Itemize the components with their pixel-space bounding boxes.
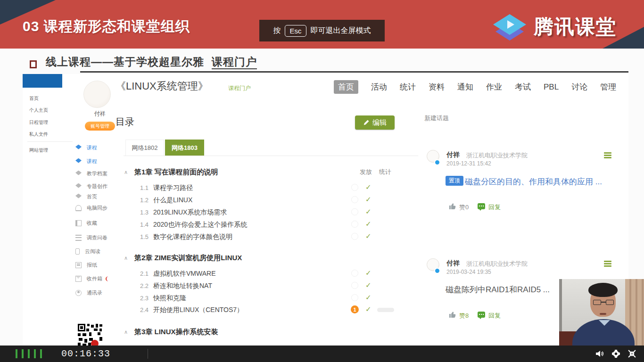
release-circle[interactable] bbox=[351, 184, 358, 191]
account-manage-badge[interactable]: 账号管理 bbox=[85, 122, 115, 131]
new-topic-label[interactable]: 新建话题 bbox=[424, 114, 449, 123]
like-icon[interactable] bbox=[449, 202, 456, 210]
graduation-cap-play-icon bbox=[492, 12, 527, 41]
tab-discussion[interactable]: 讨论 bbox=[571, 82, 587, 92]
section-row[interactable]: 1.42020也许你会爱上这个操作系统✓ bbox=[23, 220, 423, 230]
release-circle[interactable] bbox=[351, 282, 358, 289]
reply-icon[interactable] bbox=[478, 312, 485, 318]
release-circle[interactable] bbox=[351, 233, 358, 240]
course-nav-tabs: 首页 活动 统计 资料 通知 作业 考试 PBL 讨论 管理 bbox=[334, 80, 616, 94]
elapsed-time: 00:16:33 bbox=[61, 348, 110, 359]
section-row[interactable]: 2.2桥连和地址转换NAT✓ bbox=[23, 281, 423, 291]
release-circle[interactable] bbox=[351, 208, 358, 215]
like-count[interactable]: 赞8 bbox=[459, 312, 469, 320]
collapse-arrow-icon[interactable]: ∧ bbox=[124, 255, 128, 261]
stats-check-icon[interactable]: ✓ bbox=[365, 281, 372, 289]
course-title: 《LINUX系统管理》 bbox=[116, 79, 208, 93]
toolbar-divider bbox=[148, 349, 148, 359]
stats-check-icon[interactable]: ✓ bbox=[365, 183, 372, 191]
exit-fullscreen-icon[interactable] bbox=[627, 349, 636, 358]
stats-check-icon[interactable]: ✓ bbox=[365, 195, 372, 204]
section-row[interactable]: 2.1虚拟机软件VMWARE✓ bbox=[23, 269, 423, 279]
post-timestamp: 2019-03-24 19:35 bbox=[446, 269, 491, 275]
tab-activity[interactable]: 活动 bbox=[371, 82, 387, 92]
slide-subtitle-link: 课程门户 bbox=[212, 56, 257, 69]
esc-keycap: Esc bbox=[285, 25, 306, 37]
post-author[interactable]: 付祥 bbox=[446, 259, 460, 268]
reply-label[interactable]: 回复 bbox=[488, 312, 501, 320]
logo-text: 腾讯课堂 bbox=[534, 14, 617, 40]
post-menu-icon[interactable] bbox=[604, 152, 611, 159]
signal-bar bbox=[16, 349, 17, 358]
stats-check-icon[interactable]: ✓ bbox=[365, 232, 372, 240]
sidebar-item-home[interactable]: 首页 bbox=[29, 95, 39, 102]
heading-rule bbox=[80, 71, 628, 73]
sidebar-item-schedule[interactable]: 日程管理 bbox=[29, 119, 48, 126]
reply-icon[interactable] bbox=[478, 203, 485, 209]
progress-pill bbox=[377, 308, 394, 312]
esc-toast-suffix: 即可退出全屏模式 bbox=[311, 26, 371, 36]
release-count-badge[interactable]: 1 bbox=[351, 305, 359, 313]
sidebar-item-site-admin[interactable]: 网站管理 bbox=[29, 147, 48, 154]
class-tab-1803[interactable]: 网络1803 bbox=[165, 140, 204, 156]
stats-check-icon[interactable]: ✓ bbox=[365, 305, 372, 313]
slide-banner: 03 课程新形态和课堂组织 按 Esc 即可退出全屏模式 腾讯课堂 bbox=[0, 0, 644, 49]
chapter-row[interactable]: ∧ 第1章 写在课程前面的说明 bbox=[23, 167, 423, 178]
tab-notifications[interactable]: 通知 bbox=[457, 82, 473, 92]
edit-button[interactable]: 编辑 bbox=[355, 115, 395, 130]
section-row[interactable]: 1.2什么是LINUX✓ bbox=[23, 195, 423, 206]
tab-pbl[interactable]: PBL bbox=[544, 82, 559, 92]
tab-homework[interactable]: 作业 bbox=[486, 82, 502, 92]
tab-statistics[interactable]: 统计 bbox=[400, 82, 416, 92]
collapse-arrow-icon[interactable]: ∧ bbox=[124, 329, 128, 335]
post-title[interactable]: 磁盘陈列中RAID1和RAID5 ... bbox=[446, 284, 550, 295]
sidebar-item-files[interactable]: 私人文件 bbox=[29, 131, 48, 138]
section-row[interactable]: 1.1课程学习路径✓ bbox=[23, 183, 423, 193]
release-circle[interactable] bbox=[351, 270, 358, 277]
signal-bar bbox=[28, 349, 30, 358]
stats-check-icon[interactable]: ✓ bbox=[365, 207, 372, 216]
stats-check-icon[interactable]: ✓ bbox=[365, 269, 372, 277]
slide-title: 03 课程新形态和课堂组织 bbox=[23, 17, 190, 36]
section-row[interactable]: 1.32019LINUX系统市场需求✓ bbox=[23, 207, 423, 218]
settings-gear-icon[interactable] bbox=[611, 349, 620, 358]
post-author-org: 浙江机电职业技术学院 bbox=[466, 151, 528, 160]
release-circle[interactable] bbox=[351, 196, 358, 203]
slide-subtitle-text: 线上课程——基于学校超星尔雅 bbox=[46, 56, 204, 68]
tab-home[interactable]: 首页 bbox=[334, 80, 358, 94]
section-row[interactable]: 1.5数字化课程的字体颜色说明✓ bbox=[23, 232, 423, 242]
sidebar-item-course-1[interactable]: 课程 bbox=[75, 144, 97, 151]
like-count[interactable]: 赞0 bbox=[459, 203, 469, 212]
stats-check-icon[interactable]: ✓ bbox=[365, 220, 372, 228]
portal-logo-block bbox=[23, 74, 62, 88]
sidebar-item-course-2[interactable]: 课程 bbox=[75, 158, 97, 165]
stats-check-icon[interactable]: ✓ bbox=[365, 293, 372, 302]
release-circle[interactable] bbox=[351, 221, 358, 228]
release-circle[interactable] bbox=[351, 294, 358, 301]
section-row[interactable]: 2.4开始使用LINUX（CENTOS7）1✓ bbox=[23, 305, 423, 315]
esc-toast-prefix: 按 bbox=[273, 26, 281, 36]
post-author[interactable]: 付祥 bbox=[446, 151, 460, 159]
tab-manage[interactable]: 管理 bbox=[600, 82, 616, 92]
section-row[interactable]: 2.3快照和克隆✓ bbox=[23, 293, 423, 304]
teacher-role-badge bbox=[434, 268, 440, 274]
glasses bbox=[593, 300, 614, 305]
user-avatar[interactable] bbox=[83, 81, 111, 108]
sidebar-item-profile[interactable]: 个人主页 bbox=[29, 107, 48, 114]
reply-label[interactable]: 回复 bbox=[488, 203, 501, 212]
volume-icon[interactable] bbox=[595, 349, 604, 358]
tab-exam[interactable]: 考试 bbox=[515, 82, 531, 92]
signal-bar bbox=[22, 349, 24, 358]
like-icon[interactable] bbox=[449, 311, 456, 318]
heading-bullet bbox=[30, 60, 37, 68]
collapse-arrow-icon[interactable]: ∧ bbox=[124, 169, 128, 175]
tab-materials[interactable]: 资料 bbox=[429, 82, 445, 92]
signal-bar bbox=[34, 349, 36, 358]
player-control-bar: 00:16:33 bbox=[0, 346, 644, 362]
course-icon bbox=[75, 145, 82, 151]
class-tab-1802[interactable]: 网络1802 bbox=[125, 140, 164, 156]
post-menu-icon[interactable] bbox=[604, 261, 611, 268]
play-icon bbox=[507, 20, 514, 29]
chapter-row[interactable]: ∧ 第2章 ZIME实训室机房使用LINUX bbox=[23, 253, 423, 263]
post-title-link[interactable]: 磁盘分区的目的、作用和具体的应用 ... bbox=[465, 176, 602, 187]
